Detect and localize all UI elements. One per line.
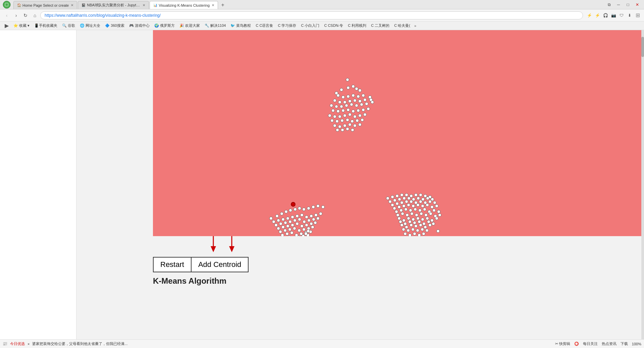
data-dot bbox=[346, 95, 350, 98]
bookmark-more[interactable]: » bbox=[413, 23, 418, 28]
tab-kmeans[interactable]: 📊 Visualizing K-Means Clustering ✕ bbox=[150, 1, 218, 9]
bookmark-solve[interactable]: 🔧 解决1104 bbox=[203, 22, 228, 29]
data-dot bbox=[425, 229, 429, 232]
data-dot bbox=[400, 223, 404, 227]
extensions-icon[interactable]: ⊞ bbox=[634, 12, 641, 19]
data-dot bbox=[304, 232, 308, 235]
kuaijianji-button[interactable]: ✂ 快剪辑 bbox=[555, 341, 570, 346]
bookmark-phone[interactable]: 📱手机收藏夹 bbox=[32, 22, 59, 29]
tab-close-kmeans[interactable]: ✕ bbox=[212, 3, 214, 7]
data-dot bbox=[348, 99, 352, 103]
data-dot bbox=[351, 128, 354, 132]
data-dot bbox=[280, 212, 283, 215]
status-today[interactable]: 今日优选 bbox=[10, 341, 25, 346]
data-dot bbox=[356, 119, 359, 122]
data-dot bbox=[416, 229, 419, 232]
home-button[interactable]: ⌂ bbox=[31, 11, 39, 19]
download-status-button[interactable]: 下载 bbox=[621, 341, 628, 346]
data-dot bbox=[338, 100, 341, 104]
daily-follow-button[interactable]: 每日关注 bbox=[583, 341, 598, 346]
bookmark-csdn[interactable]: C CSDN-专 bbox=[322, 22, 345, 29]
bookmark-beginner[interactable]: C 小白入门 bbox=[299, 22, 321, 29]
data-dot bbox=[395, 194, 399, 198]
address-input[interactable]: https://www.naftaliharris.com/blog/visua… bbox=[40, 11, 583, 19]
bookmark-huffman[interactable]: C 哈夫曼( bbox=[392, 22, 412, 29]
data-dot bbox=[333, 115, 336, 118]
data-dot bbox=[330, 119, 334, 122]
viz-container: Restart Add Centroid K-Means Algorithm bbox=[76, 30, 644, 339]
data-dot bbox=[310, 222, 313, 225]
refresh-button[interactable]: ↻ bbox=[21, 11, 30, 19]
lightning-icon[interactable]: ⚡ bbox=[586, 12, 593, 19]
data-dot bbox=[428, 200, 432, 203]
daily-follow-icon: ⭕ bbox=[574, 342, 579, 346]
data-dot bbox=[363, 98, 367, 101]
minimize-button[interactable]: ─ bbox=[614, 2, 623, 8]
bookmark-clang[interactable]: C C语言食 bbox=[254, 22, 275, 29]
add-centroid-button[interactable]: Add Centroid bbox=[191, 257, 249, 272]
bookmark-favorites[interactable]: ⭐ 收藏 ▾ bbox=[11, 22, 32, 29]
data-dot bbox=[402, 219, 406, 222]
download-icon[interactable]: ⬇ bbox=[626, 12, 633, 19]
data-dot bbox=[414, 224, 418, 228]
data-dot bbox=[352, 110, 355, 113]
data-dot bbox=[296, 222, 299, 225]
tab-jupyter[interactable]: 📓 NBA球队实力聚类分析 - Jupyter N ✕ bbox=[78, 1, 149, 9]
data-dot bbox=[418, 220, 421, 223]
tab-close-jupyter[interactable]: ✕ bbox=[143, 3, 145, 7]
data-dot bbox=[333, 124, 336, 127]
status-news-text[interactable]: 婆家把装饰交给公婆，父母看到他太省囊了，但我已经满... bbox=[32, 341, 127, 346]
data-dot bbox=[343, 100, 346, 104]
back-button[interactable]: ‹ bbox=[3, 11, 11, 19]
bookmark-games[interactable]: 🎮 游戏中心 bbox=[127, 22, 152, 29]
status-left: 📰 今日优选 × 婆家把装饰交给公婆，父母看到他太省囊了，但我已经满... bbox=[3, 341, 128, 346]
data-dot bbox=[346, 86, 350, 89]
bookmark-stack[interactable]: C 利用栈判 bbox=[346, 22, 368, 29]
data-dot bbox=[367, 107, 370, 111]
bookmark-nav-left[interactable]: ▶ bbox=[3, 22, 11, 30]
data-dot bbox=[400, 201, 404, 204]
data-dot bbox=[398, 198, 401, 201]
shield-icon[interactable]: 🛡 bbox=[618, 12, 625, 19]
data-dot bbox=[343, 114, 346, 117]
data-dot bbox=[404, 208, 408, 211]
data-dot bbox=[395, 210, 398, 213]
data-dot bbox=[358, 123, 362, 126]
data-dot bbox=[358, 99, 362, 103]
data-dot bbox=[397, 217, 401, 220]
data-dot bbox=[341, 109, 345, 112]
data-dot bbox=[395, 202, 399, 205]
headphones-icon[interactable]: 🎧 bbox=[602, 12, 609, 19]
forward-button[interactable]: › bbox=[12, 11, 20, 19]
scroll-thumb[interactable] bbox=[641, 37, 644, 57]
data-dot bbox=[293, 227, 296, 230]
kmeans-canvas[interactable] bbox=[153, 30, 641, 236]
data-dot bbox=[436, 229, 440, 233]
restore-down-button[interactable]: ⧉ bbox=[605, 2, 613, 8]
bookmark-russia[interactable]: 🌍 俄罗斯方 bbox=[152, 22, 177, 29]
restart-button[interactable]: Restart bbox=[153, 257, 191, 272]
data-dot bbox=[289, 209, 292, 212]
hot-news-button[interactable]: 热点资讯 bbox=[602, 341, 616, 346]
bookmark-tree[interactable]: C 二叉树的 bbox=[369, 22, 391, 29]
data-dot bbox=[407, 197, 411, 200]
bookmark-google[interactable]: 🔍 谷歌 bbox=[60, 22, 77, 29]
bookmark-runoob[interactable]: 🐦 菜鸟教程 bbox=[228, 22, 253, 29]
bookmark-welcome[interactable]: 🎉 欢迎大家 bbox=[177, 22, 202, 29]
lightning2-icon[interactable]: ⚡ bbox=[594, 12, 601, 19]
screenshot-icon[interactable]: 📷 bbox=[610, 12, 617, 19]
data-dot bbox=[335, 105, 338, 108]
tab-home[interactable]: 🏠 Home Page Select or create ✕ bbox=[13, 1, 77, 9]
close-button[interactable]: ✕ bbox=[633, 2, 641, 8]
bookmark-sites[interactable]: 🌐 网址大全 bbox=[78, 22, 102, 29]
data-dot bbox=[404, 232, 407, 235]
data-dot bbox=[414, 208, 417, 211]
tab-close-home[interactable]: ✕ bbox=[71, 3, 73, 7]
bookmark-learn[interactable]: C 学习保存 bbox=[276, 22, 298, 29]
maximize-button[interactable]: □ bbox=[624, 2, 632, 8]
bookmark-360[interactable]: 🔷 360搜索 bbox=[103, 22, 126, 29]
data-dot bbox=[365, 102, 368, 106]
scrollbar[interactable] bbox=[641, 30, 644, 339]
data-dot bbox=[288, 228, 291, 231]
new-tab-button[interactable]: + bbox=[219, 1, 227, 9]
